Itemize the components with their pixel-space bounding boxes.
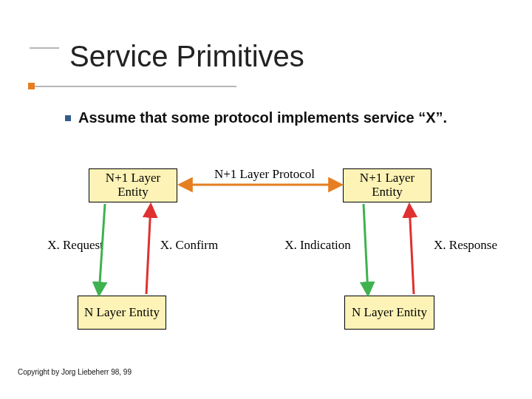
svg-line-4 (409, 205, 414, 294)
box-lower-right-entity: N Layer Entity (344, 296, 434, 330)
box-lower-right-label: N Layer Entity (352, 306, 427, 320)
svg-line-3 (364, 204, 368, 294)
box-upper-left-label: N+1 Layer Entity (89, 171, 177, 199)
arrow-overlay (0, 0, 532, 399)
label-indication: X. Indication (273, 238, 362, 253)
label-confirm: X. Confirm (145, 238, 233, 253)
diagram: N+1 Layer Entity N+1 Layer Entity N Laye… (0, 0, 532, 399)
label-response: X. Response (421, 238, 510, 253)
label-request: X. Request (31, 238, 120, 253)
box-upper-left-entity: N+1 Layer Entity (89, 168, 177, 202)
box-upper-right-entity: N+1 Layer Entity (343, 168, 432, 202)
box-lower-left-label: N Layer Entity (84, 306, 160, 320)
box-upper-right-label: N+1 Layer Entity (344, 171, 431, 199)
box-lower-left-entity: N Layer Entity (78, 296, 166, 330)
slide: Service Primitives Assume that some prot… (0, 0, 532, 399)
protocol-label: N+1 Layer Protocol (191, 167, 338, 182)
copyright-text: Copyright by Jorg Liebeherr 98, 99 (18, 368, 132, 376)
